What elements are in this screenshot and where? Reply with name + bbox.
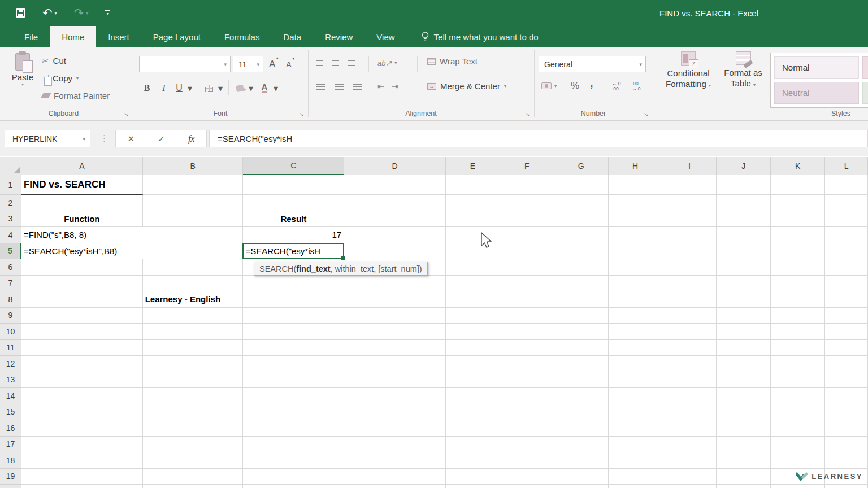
cell-J13[interactable] xyxy=(717,372,771,389)
cell-C8[interactable] xyxy=(243,291,344,308)
cell-E18[interactable] xyxy=(446,452,500,469)
cell-G14[interactable] xyxy=(554,388,609,404)
cell-G16[interactable] xyxy=(554,420,609,437)
cell-L5[interactable] xyxy=(825,243,868,260)
cell-L9[interactable] xyxy=(825,308,868,324)
cell-D11[interactable] xyxy=(344,340,446,356)
font-size-combo[interactable]: 11 ▾ xyxy=(233,56,263,72)
cell-H10[interactable] xyxy=(609,324,663,340)
row-header-16[interactable]: 16 xyxy=(0,420,21,437)
cell-E10[interactable] xyxy=(446,324,500,340)
comma-style-button[interactable]: , xyxy=(590,77,593,90)
cell-B1[interactable] xyxy=(143,175,244,195)
accounting-dropdown-icon[interactable]: ▾ xyxy=(554,84,557,89)
cell-K14[interactable] xyxy=(771,388,825,404)
cell-K20[interactable] xyxy=(771,485,825,488)
cell-C5[interactable]: =SEARCH("esy*isH xyxy=(243,243,344,260)
style-bad[interactable]: Bad xyxy=(862,56,868,79)
cell-J17[interactable] xyxy=(717,437,771,453)
cell-G10[interactable] xyxy=(554,324,609,340)
cell-G7[interactable] xyxy=(554,276,609,292)
orientation-icon[interactable]: ab↗ xyxy=(377,59,392,67)
column-header-H[interactable]: H xyxy=(609,157,663,175)
cell-D9[interactable] xyxy=(344,308,446,324)
cell-I12[interactable] xyxy=(662,356,717,372)
style-good[interactable]: Good xyxy=(862,82,868,104)
cell-C2[interactable] xyxy=(243,195,344,211)
cell-A7[interactable] xyxy=(21,276,143,292)
cell-G2[interactable] xyxy=(554,195,609,211)
cell-J20[interactable] xyxy=(717,485,771,488)
cell-F7[interactable] xyxy=(500,276,554,292)
cell-E1[interactable] xyxy=(446,175,500,195)
cell-I20[interactable] xyxy=(662,485,717,488)
cell-A15[interactable] xyxy=(21,404,143,421)
cell-G4[interactable] xyxy=(554,227,609,243)
cell-I3[interactable] xyxy=(662,211,717,228)
cell-F19[interactable] xyxy=(500,469,554,485)
copy-dropdown-icon[interactable]: ▾ xyxy=(76,76,79,81)
cell-L2[interactable] xyxy=(825,195,868,211)
cell-L6[interactable] xyxy=(825,259,868,276)
cell-A3[interactable]: Function xyxy=(21,211,143,228)
cell-A11[interactable] xyxy=(21,340,143,356)
font-color-button[interactable]: A xyxy=(259,80,270,97)
column-header-D[interactable]: D xyxy=(344,157,446,175)
cell-B2[interactable] xyxy=(143,195,244,211)
cell-A6[interactable] xyxy=(21,259,143,276)
align-center-icon[interactable] xyxy=(335,84,344,90)
cell-D16[interactable] xyxy=(344,420,446,437)
font-name-combo[interactable]: ▾ xyxy=(139,56,231,72)
conditional-formatting-dropdown-icon[interactable]: ▾ xyxy=(709,83,711,88)
cell-K12[interactable] xyxy=(771,356,825,372)
undo-dropdown-icon[interactable]: ▾ xyxy=(55,11,57,16)
cell-F8[interactable] xyxy=(500,291,554,308)
cell-B7[interactable] xyxy=(143,276,244,292)
column-header-C[interactable]: C xyxy=(243,157,344,175)
cell-L7[interactable] xyxy=(825,276,868,292)
cell-H16[interactable] xyxy=(609,420,663,437)
cell-I8[interactable] xyxy=(662,291,717,308)
cell-L8[interactable] xyxy=(825,291,868,308)
cell-D3[interactable] xyxy=(344,211,446,228)
cell-K17[interactable] xyxy=(771,437,825,453)
cell-L15[interactable] xyxy=(825,404,868,421)
cell-L14[interactable] xyxy=(825,388,868,404)
cell-E16[interactable] xyxy=(446,420,500,437)
italic-button[interactable]: I xyxy=(158,80,170,97)
number-format-combo[interactable]: General ▾ xyxy=(539,56,646,72)
cell-H15[interactable] xyxy=(609,404,663,421)
cell-G6[interactable] xyxy=(554,259,609,276)
cell-I17[interactable] xyxy=(662,437,717,453)
cell-J9[interactable] xyxy=(717,308,771,324)
cell-D10[interactable] xyxy=(344,324,446,340)
cell-A12[interactable] xyxy=(21,356,143,372)
paste-dropdown-icon[interactable]: ▾ xyxy=(7,82,38,87)
cell-K11[interactable] xyxy=(771,340,825,356)
cell-K6[interactable] xyxy=(771,259,825,276)
font-size-dropdown-icon[interactable]: ▾ xyxy=(257,62,263,67)
cell-B17[interactable] xyxy=(143,437,244,453)
orientation-dropdown-icon[interactable]: ▾ xyxy=(394,60,397,66)
cell-F11[interactable] xyxy=(500,340,554,356)
fill-color-dropdown-icon[interactable]: ▾ xyxy=(248,80,254,97)
row-header-2[interactable]: 2 xyxy=(0,195,21,211)
cell-I2[interactable] xyxy=(662,195,717,211)
cell-E13[interactable] xyxy=(446,372,500,389)
cell-K8[interactable] xyxy=(771,291,825,308)
insert-function-button[interactable]: fx xyxy=(188,134,195,144)
cell-L13[interactable] xyxy=(825,372,868,389)
cell-B10[interactable] xyxy=(143,324,244,340)
row-header-17[interactable]: 17 xyxy=(0,437,21,453)
column-header-I[interactable]: I xyxy=(662,157,717,175)
cell-L11[interactable] xyxy=(825,340,868,356)
bold-button[interactable]: B xyxy=(140,80,154,97)
tell-me-box[interactable]: Tell me what you want to do xyxy=(422,26,539,47)
cell-A18[interactable] xyxy=(21,452,143,469)
cell-E12[interactable] xyxy=(446,356,500,372)
cell-F10[interactable] xyxy=(500,324,554,340)
cell-C9[interactable] xyxy=(243,308,344,324)
cell-J15[interactable] xyxy=(717,404,771,421)
align-left-icon[interactable] xyxy=(316,84,326,90)
cell-C17[interactable] xyxy=(243,437,344,453)
